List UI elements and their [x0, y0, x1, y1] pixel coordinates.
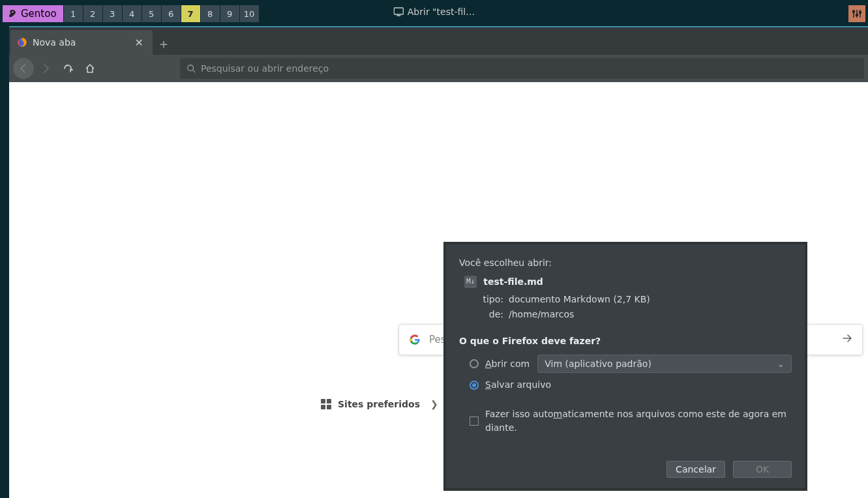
workspace-7[interactable]: 7: [181, 5, 200, 22]
gentoo-icon: [8, 8, 18, 19]
browser-window: Nova aba ✕ ＋ Pesquisar ou abrir endereço: [9, 26, 868, 498]
radio-open-with[interactable]: [470, 359, 479, 368]
os-badge[interactable]: Gentoo: [3, 5, 63, 22]
download-dialog: Você escolheu abrir: M↓ test-file.md tip…: [443, 242, 807, 491]
svg-rect-6: [394, 8, 403, 14]
firefox-icon: [17, 37, 27, 48]
top-sites-label: Sites preferidos: [338, 399, 420, 409]
tab-title: Nova aba: [33, 37, 127, 48]
workspace-2[interactable]: 2: [83, 5, 102, 22]
remember-label: Fazer isso automaticamente nos arquivos …: [485, 407, 792, 435]
search-icon: [187, 64, 196, 73]
workspace-1[interactable]: 1: [63, 5, 83, 22]
top-sites-header[interactable]: Sites preferidos ❯: [321, 399, 438, 409]
dialog-question: O que o Firefox deve fazer?: [459, 334, 792, 348]
equalizer-icon[interactable]: [848, 5, 865, 22]
workspace-9[interactable]: 9: [220, 5, 239, 22]
app-selected-label: Vim (aplicativo padrão): [545, 357, 651, 371]
dialog-intro: Você escolheu abrir:: [459, 256, 792, 270]
monitor-icon: [393, 7, 404, 16]
save-file-label: Salvar arquivo: [485, 378, 551, 392]
from-value: /home/marcos: [509, 308, 792, 321]
workspace-3[interactable]: 3: [102, 5, 122, 22]
url-bar[interactable]: Pesquisar ou abrir endereço: [180, 58, 864, 79]
from-label: de:: [479, 308, 503, 321]
close-tab-button[interactable]: ✕: [132, 35, 146, 50]
reload-button[interactable]: [57, 58, 78, 79]
wm-statusbar: Gentoo 1 2 3 4 5 6 7 8 9 10 Abrir "test-…: [0, 0, 868, 23]
svg-point-3: [853, 11, 855, 13]
workspace-list: 1 2 3 4 5 6 7 8 9 10: [63, 5, 259, 22]
window-title: Abrir "test-fil…: [393, 0, 475, 23]
workspace-8[interactable]: 8: [200, 5, 220, 22]
remember-choice-row[interactable]: Fazer isso automaticamente nos arquivos …: [459, 407, 792, 435]
forward-button[interactable]: [35, 58, 56, 79]
chevron-right-icon: ❯: [430, 399, 438, 409]
svg-line-10: [193, 70, 196, 73]
svg-point-5: [860, 12, 861, 14]
save-file-option[interactable]: Salvar arquivo: [459, 378, 792, 392]
chevron-down-icon: ⌄: [777, 357, 785, 371]
browser-tab[interactable]: Nova aba ✕: [10, 30, 153, 55]
open-with-label: Abrir com: [485, 357, 530, 371]
os-label: Gentoo: [21, 8, 57, 20]
url-placeholder: Pesquisar ou abrir endereço: [201, 63, 329, 74]
app-select[interactable]: Vim (aplicativo padrão) ⌄: [537, 355, 792, 373]
home-button[interactable]: [80, 58, 100, 79]
grid-icon: [321, 399, 331, 409]
type-value: documento Markdown (2,7 KB): [509, 293, 792, 306]
back-button[interactable]: [13, 58, 34, 79]
cancel-button[interactable]: Cancelar: [666, 461, 725, 478]
arrow-right-icon[interactable]: [841, 332, 853, 347]
workspace-10[interactable]: 10: [239, 5, 259, 22]
nav-toolbar: Pesquisar ou abrir endereço: [9, 55, 868, 82]
svg-point-4: [856, 14, 858, 16]
tab-bar: Nova aba ✕ ＋: [9, 27, 868, 55]
remember-checkbox[interactable]: [470, 417, 479, 426]
new-tab-button[interactable]: ＋: [153, 33, 175, 55]
ok-button[interactable]: OK: [733, 461, 792, 478]
workspace-5[interactable]: 5: [142, 5, 161, 22]
radio-save-file[interactable]: [470, 381, 479, 390]
dialog-filename: test-file.md: [483, 275, 543, 289]
workspace-6[interactable]: 6: [161, 5, 181, 22]
google-icon: [408, 333, 421, 346]
svg-point-9: [188, 65, 194, 71]
open-with-option[interactable]: Abrir com Vim (aplicativo padrão) ⌄: [459, 355, 792, 373]
markdown-file-icon: M↓: [464, 276, 477, 288]
workspace-4[interactable]: 4: [122, 5, 142, 22]
type-label: tipo:: [479, 293, 503, 306]
page-content: Pes Sites preferidos ❯ Você escolheu abr…: [9, 82, 868, 498]
